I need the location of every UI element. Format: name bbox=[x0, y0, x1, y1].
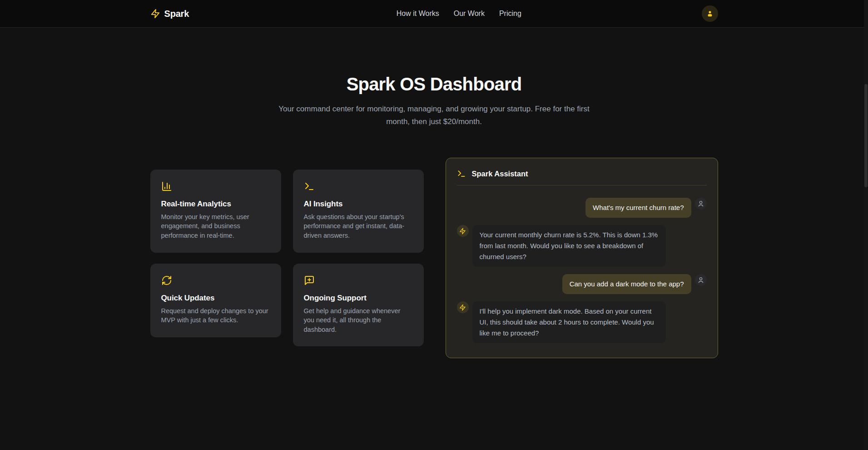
feature-card-ai-insights: AI Insights Ask questions about your sta… bbox=[293, 170, 424, 253]
user-message-bubble: Can you add a dark mode to the app? bbox=[562, 274, 691, 294]
features-grid: Real-time Analytics Monitor your key met… bbox=[150, 170, 424, 346]
user-icon bbox=[706, 10, 714, 18]
brand-logo[interactable]: Spark bbox=[150, 9, 189, 19]
account-avatar-button[interactable] bbox=[702, 5, 718, 22]
chart-column-icon bbox=[161, 181, 270, 192]
assistant-message-bubble: Your current monthly churn rate is 5.2%.… bbox=[472, 225, 666, 267]
zap-icon bbox=[459, 304, 466, 311]
terminal-icon bbox=[304, 181, 413, 192]
zap-icon bbox=[459, 228, 466, 235]
feature-title: Quick Updates bbox=[161, 294, 270, 303]
nav-item-how-it-works[interactable]: How it Works bbox=[397, 10, 439, 18]
user-message-bubble: What's my current churn rate? bbox=[585, 198, 691, 218]
brand-name: Spark bbox=[164, 9, 189, 19]
feature-title: Real-time Analytics bbox=[161, 200, 270, 209]
main-nav: How it Works Our Work Pricing bbox=[216, 10, 701, 18]
user-icon bbox=[697, 200, 704, 207]
feature-description: Monitor your key metrics, user engagemen… bbox=[161, 212, 270, 240]
refresh-icon bbox=[161, 275, 270, 286]
feature-card-realtime-analytics: Real-time Analytics Monitor your key met… bbox=[150, 170, 281, 253]
nav-item-pricing[interactable]: Pricing bbox=[499, 10, 521, 18]
feature-title: AI Insights bbox=[304, 200, 413, 209]
message-list: What's my current churn rate? bbox=[457, 198, 707, 343]
feature-description: Get help and guidance whenever you need … bbox=[304, 306, 413, 335]
user-icon bbox=[697, 276, 704, 284]
feature-description: Request and deploy changes to your MVP w… bbox=[161, 306, 270, 325]
user-avatar bbox=[695, 198, 707, 210]
terminal-icon bbox=[457, 169, 466, 178]
user-message-row: What's my current churn rate? bbox=[457, 198, 707, 218]
content-row: Real-time Analytics Monitor your key met… bbox=[150, 158, 718, 358]
assistant-title: Spark Assistant bbox=[472, 170, 528, 178]
assistant-message-bubble: I'll help you implement dark mode. Based… bbox=[472, 301, 666, 343]
feature-title: Ongoing Support bbox=[304, 294, 413, 303]
hero-section: Spark OS Dashboard Your command center f… bbox=[0, 74, 868, 128]
nav-item-our-work[interactable]: Our Work bbox=[454, 10, 485, 18]
feature-card-quick-updates: Quick Updates Request and deploy changes… bbox=[150, 264, 281, 337]
zap-icon bbox=[150, 9, 160, 19]
page-subtitle: Your command center for monitoring, mana… bbox=[278, 103, 591, 128]
assistant-avatar bbox=[457, 301, 469, 313]
feature-card-ongoing-support: Ongoing Support Get help and guidance wh… bbox=[293, 264, 424, 347]
top-nav: Spark How it Works Our Work Pricing bbox=[0, 0, 868, 28]
spark-assistant-panel: Spark Assistant What's my current churn … bbox=[446, 158, 718, 358]
user-message-row: Can you add a dark mode to the app? bbox=[457, 274, 707, 294]
scrollbar-thumb[interactable] bbox=[864, 84, 868, 187]
message-square-plus-icon bbox=[304, 275, 413, 286]
page-title: Spark OS Dashboard bbox=[0, 74, 868, 95]
main-content: Spark OS Dashboard Your command center f… bbox=[0, 74, 868, 358]
assistant-header: Spark Assistant bbox=[457, 169, 707, 178]
user-avatar bbox=[695, 274, 707, 286]
divider bbox=[457, 185, 707, 185]
assistant-message-row: I'll help you implement dark mode. Based… bbox=[457, 301, 707, 343]
assistant-avatar bbox=[457, 225, 469, 237]
feature-description: Ask questions about your startup's perfo… bbox=[304, 212, 413, 240]
assistant-message-row: Your current monthly churn rate is 5.2%.… bbox=[457, 225, 707, 267]
page-scrollbar bbox=[864, 0, 868, 450]
